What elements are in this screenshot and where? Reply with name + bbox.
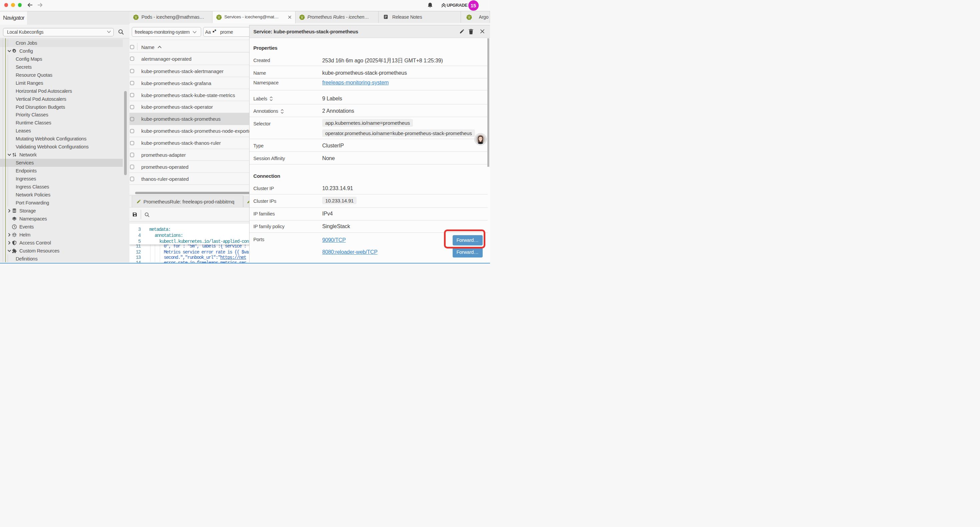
svg-text:HELM: HELM [13, 234, 16, 236]
